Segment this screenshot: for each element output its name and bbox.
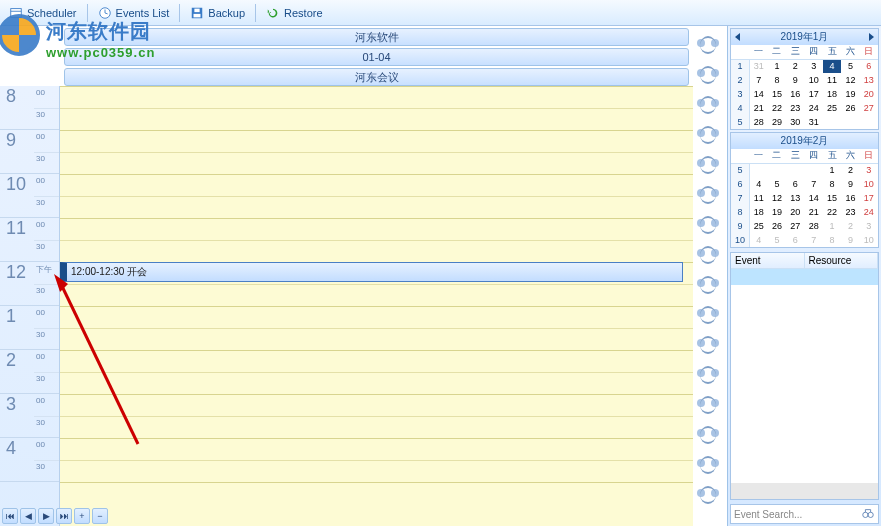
cal-day[interactable]: 14 xyxy=(749,87,767,101)
evlist-col-event[interactable]: Event xyxy=(731,253,805,268)
cal-day[interactable]: 20 xyxy=(860,87,878,101)
cal-day[interactable]: 27 xyxy=(860,101,878,115)
cal-day[interactable]: 7 xyxy=(749,73,767,87)
cal-day[interactable]: 14 xyxy=(805,191,823,205)
cal-day[interactable]: 17 xyxy=(805,87,823,101)
cal-day[interactable]: 9 xyxy=(786,73,804,87)
cal-day[interactable]: 2 xyxy=(786,59,804,73)
cal-day[interactable]: 31 xyxy=(805,115,823,129)
event-search[interactable]: Event Search... xyxy=(730,504,879,524)
cal-day[interactable]: 3 xyxy=(860,163,878,177)
event-block[interactable]: 12:00-12:30 开会 xyxy=(60,262,683,282)
cal-day[interactable]: 29 xyxy=(768,115,786,129)
cal-day[interactable]: 2 xyxy=(841,219,859,233)
cal-day[interactable]: 28 xyxy=(805,219,823,233)
cal-day[interactable] xyxy=(841,115,859,129)
cal-day[interactable]: 21 xyxy=(749,101,767,115)
cal-day[interactable]: 23 xyxy=(841,205,859,219)
cal-day[interactable]: 16 xyxy=(841,191,859,205)
cal-day[interactable]: 7 xyxy=(805,177,823,191)
cal-day[interactable]: 11 xyxy=(823,73,841,87)
cal-day[interactable]: 10 xyxy=(860,177,878,191)
cal-day[interactable]: 2 xyxy=(841,163,859,177)
cal-day[interactable]: 22 xyxy=(768,101,786,115)
cal-day[interactable]: 5 xyxy=(768,233,786,247)
cal-day[interactable]: 5 xyxy=(841,59,859,73)
cal-day[interactable]: 10 xyxy=(860,233,878,247)
nav-minus[interactable]: − xyxy=(92,508,108,524)
cal-day[interactable] xyxy=(860,115,878,129)
scrollbar[interactable] xyxy=(731,483,878,499)
cal-day[interactable]: 25 xyxy=(823,101,841,115)
evlist-col-resource[interactable]: Resource xyxy=(805,253,879,268)
nav-last[interactable]: ⏭ xyxy=(56,508,72,524)
cal-day[interactable]: 26 xyxy=(841,101,859,115)
cal-day[interactable]: 8 xyxy=(768,73,786,87)
cal-next[interactable] xyxy=(869,33,874,41)
cal-day[interactable]: 4 xyxy=(749,177,767,191)
cal-day[interactable] xyxy=(823,115,841,129)
cal-day[interactable]: 1 xyxy=(768,59,786,73)
nav-first[interactable]: ⏮ xyxy=(2,508,18,524)
cal-day[interactable]: 20 xyxy=(786,205,804,219)
cal-day[interactable]: 11 xyxy=(749,191,767,205)
cal-day[interactable]: 13 xyxy=(786,191,804,205)
cal-day[interactable]: 17 xyxy=(860,191,878,205)
cal-day[interactable]: 30 xyxy=(786,115,804,129)
cal-day[interactable] xyxy=(805,163,823,177)
cal-day[interactable]: 7 xyxy=(805,233,823,247)
cal-day[interactable] xyxy=(768,163,786,177)
cal-day[interactable]: 12 xyxy=(768,191,786,205)
cal-day[interactable]: 21 xyxy=(805,205,823,219)
mini-calendar-1[interactable]: 2019年1月 一二三四五六日1311234562789101112133141… xyxy=(730,28,879,130)
cal-day[interactable] xyxy=(749,163,767,177)
backup-button[interactable]: Backup xyxy=(183,3,252,23)
cal-day[interactable]: 24 xyxy=(805,101,823,115)
nav-prev[interactable]: ◀ xyxy=(20,508,36,524)
cal-day[interactable]: 19 xyxy=(768,205,786,219)
time-grid[interactable]: 800309003010003011003012下午30100302003030… xyxy=(0,86,693,526)
grid-column[interactable]: 12:00-12:30 开会 xyxy=(60,86,693,526)
cal-day[interactable]: 10 xyxy=(805,73,823,87)
cal-day[interactable]: 24 xyxy=(860,205,878,219)
cal-day[interactable]: 4 xyxy=(823,59,841,73)
cal-day[interactable]: 6 xyxy=(860,59,878,73)
cal-day[interactable]: 22 xyxy=(823,205,841,219)
cal-prev[interactable] xyxy=(735,33,740,41)
restore-button[interactable]: Restore xyxy=(259,3,330,23)
cal-day[interactable]: 1 xyxy=(823,163,841,177)
cal-day[interactable]: 16 xyxy=(786,87,804,101)
cal-day[interactable]: 8 xyxy=(823,233,841,247)
cal-day[interactable]: 27 xyxy=(786,219,804,233)
cal-day[interactable]: 5 xyxy=(768,177,786,191)
cal-day[interactable]: 6 xyxy=(786,233,804,247)
scheduler-button[interactable]: Scheduler xyxy=(2,3,84,23)
cal-day[interactable]: 3 xyxy=(805,59,823,73)
event-list[interactable]: Event Resource xyxy=(730,252,879,500)
cal-day[interactable]: 28 xyxy=(749,115,767,129)
cal-day[interactable]: 31 xyxy=(749,59,767,73)
cal-day[interactable]: 12 xyxy=(841,73,859,87)
cal-day[interactable]: 3 xyxy=(860,219,878,233)
nav-next[interactable]: ▶ xyxy=(38,508,54,524)
cal-day[interactable] xyxy=(786,163,804,177)
cal-day[interactable]: 25 xyxy=(749,219,767,233)
evlist-row[interactable] xyxy=(731,269,878,285)
cal-day[interactable]: 26 xyxy=(768,219,786,233)
cal-day[interactable]: 1 xyxy=(823,219,841,233)
cal-day[interactable]: 15 xyxy=(768,87,786,101)
mini-calendar-2[interactable]: 2019年2月 一二三四五六日5123645678910711121314151… xyxy=(730,132,879,248)
cal-day[interactable]: 18 xyxy=(823,87,841,101)
cal-day[interactable]: 18 xyxy=(749,205,767,219)
cal-day[interactable]: 15 xyxy=(823,191,841,205)
cal-day[interactable]: 8 xyxy=(823,177,841,191)
cal-day[interactable]: 23 xyxy=(786,101,804,115)
nav-plus[interactable]: + xyxy=(74,508,90,524)
cal-day[interactable]: 13 xyxy=(860,73,878,87)
cal-day[interactable]: 4 xyxy=(749,233,767,247)
cal-day[interactable]: 9 xyxy=(841,233,859,247)
cal-day[interactable]: 9 xyxy=(841,177,859,191)
events-list-button[interactable]: Events List xyxy=(91,3,177,23)
cal-day[interactable]: 6 xyxy=(786,177,804,191)
cal-day[interactable]: 19 xyxy=(841,87,859,101)
